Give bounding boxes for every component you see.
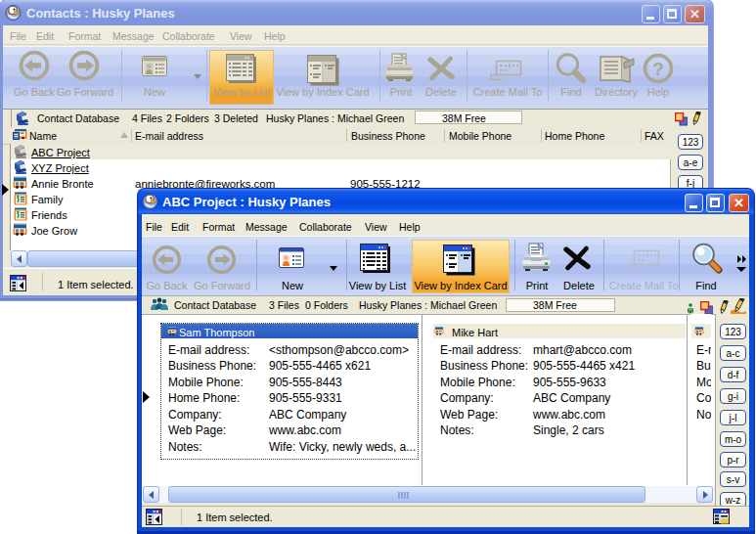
svg-text:?: ? [652, 59, 664, 79]
